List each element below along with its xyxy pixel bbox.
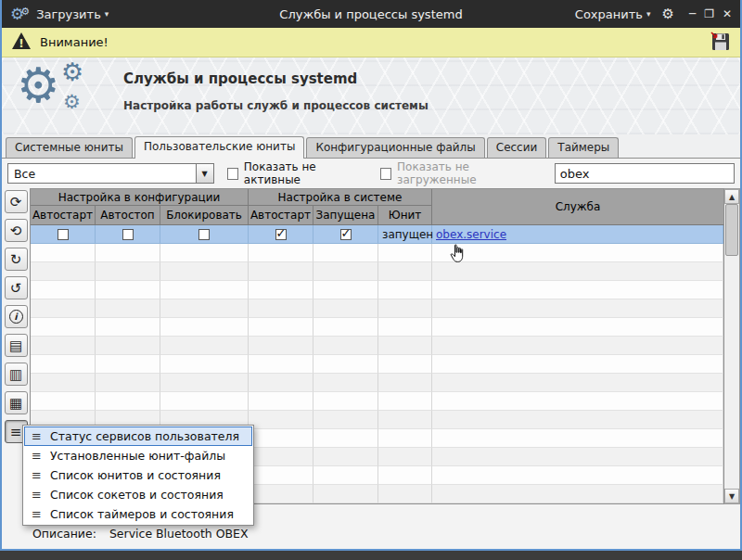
group-header-config: Настройка в конфигурации [31,189,249,206]
table-empty-row [31,318,723,337]
scrollbar-track[interactable] [724,204,739,489]
scrollbar-thumb[interactable] [725,204,738,256]
show-unloaded-label: Показать не загруженные [397,160,542,186]
show-inactive-checkbox[interactable] [227,168,238,180]
table-row-selected[interactable]: запущен obex.service [31,225,723,244]
system-autostart-checkbox[interactable] [275,229,287,240]
info-icon[interactable]: i [5,305,28,328]
undo-icon[interactable]: ↺ [5,276,28,299]
warning-triangle-icon: ! [11,32,32,53]
vertical-scrollbar[interactable]: ▲ ▼ [724,188,740,504]
group-header-system: Настройка в системе [249,189,432,206]
table-header: Настройка в конфигурации Настройка в сис… [31,189,723,225]
chevron-down-icon[interactable]: ▼ [196,164,213,183]
tab-system-units[interactable]: Системные юниты [6,137,133,158]
menu-item-sockets-list[interactable]: ≡ Список сокетов и состояния [24,485,252,504]
menu-item-timers-list[interactable]: ≡ Список таймеров и состояния [24,504,252,524]
tab-strip: Системные юниты Пользовательские юниты К… [2,134,740,158]
refresh-icon[interactable]: ⟳ [5,190,28,213]
app-header: ⚙ ⚙ ⚙ Службы и процессы systemd Настройк… [2,57,740,134]
tab-timers[interactable]: Таймеры [548,137,619,158]
scroll-down-arrow-icon[interactable]: ▼ [724,489,739,503]
journal-icon[interactable]: ▥ [5,363,28,386]
app-window: ⚙⚙ Загрузить ▾ Службы и процессы systemd… [0,0,742,551]
service-link[interactable]: obex.service [436,228,506,241]
file-icon[interactable]: ▤ [5,334,28,357]
config-autostart-checkbox[interactable] [58,229,69,240]
list-icon: ≡ [30,429,44,443]
tab-user-units[interactable]: Пользовательские юниты [134,136,304,159]
scroll-up-arrow-icon[interactable]: ▲ [724,189,739,204]
save-menu-button[interactable]: Сохранить ▾ [575,7,651,21]
col-header-running: Запущена [313,206,378,224]
table-empty-row [31,374,723,392]
load-menu-label: Загрузить [36,7,101,21]
unit-filter-value: Все [8,164,196,183]
page-subtitle: Настройка работы служб и процессов систе… [123,99,429,112]
page-title: Службы и процессы systemd [123,70,429,87]
filter-bar: Все ▼ Показать не активные Показать не з… [2,159,740,188]
save-file-icon[interactable] [710,31,731,55]
menu-item-user-services-status[interactable]: ≡ Статус сервисов пользователя [24,426,252,446]
col-header-service: Служба [432,189,723,224]
col-header-unit: Юнит [378,206,432,224]
table-empty-row [31,262,723,281]
warning-text: Внимание! [40,35,109,49]
table-empty-row [31,337,723,355]
tab-sessions[interactable]: Сессии [487,137,547,158]
list-icon: ≡ [30,449,44,463]
search-input[interactable] [555,163,735,184]
config-autostop-checkbox[interactable] [122,229,134,240]
chevron-down-icon: ▾ [105,9,109,19]
table-empty-row [31,299,723,318]
save-menu-label: Сохранить [575,7,643,21]
tab-config-files[interactable]: Конфигурационные файлы [306,137,484,158]
col-header-block: Блокировать [160,206,249,224]
show-inactive-label: Показать не активные [244,160,367,186]
redo-icon[interactable]: ↻ [5,248,28,271]
list-icon: ≡ [30,488,44,502]
gears-logo-icon: ⚙ ⚙ ⚙ [17,67,105,126]
status-popup-menu: ≡ Статус сервисов пользователя ≡ Установ… [22,425,254,526]
list-icon: ≡ [30,468,44,482]
close-button[interactable]: ✕ [723,8,732,19]
col-header-autostop: Автостоп [96,206,160,224]
minimize-button[interactable]: ─ [689,8,696,19]
show-unloaded-checkbox[interactable] [380,168,391,180]
list-icon[interactable]: ▦ [5,391,28,414]
titlebar: ⚙⚙ Загрузить ▾ Службы и процессы systemd… [2,0,740,28]
table-empty-row [31,244,723,262]
col-header-autostart-config: Автостарт [31,206,96,224]
load-menu-button[interactable]: Загрузить ▾ [36,7,109,21]
list-icon: ≡ [30,507,44,521]
unit-filter-select[interactable]: Все ▼ [7,163,214,184]
description-label: Описание: [32,527,96,551]
settings-gear-icon[interactable]: ⚙ [661,6,673,22]
description-value: Service Bluetooth OBEX [109,527,249,551]
chevron-down-icon: ▾ [646,9,651,19]
svg-text:!: ! [19,37,23,50]
config-block-checkbox[interactable] [198,229,210,240]
window-title: Службы и процессы systemd [242,7,500,21]
table-empty-row [31,355,723,374]
refresh-all-icon[interactable]: ⟲ [5,219,28,242]
warning-bar: ! Внимание! [2,28,740,57]
app-gear-icon: ⚙⚙ [10,6,30,22]
maximize-button[interactable]: ❐ [704,8,714,19]
table-empty-row [31,392,723,411]
unit-status-cell: запущен [378,225,432,244]
menu-item-installed-unit-files[interactable]: ≡ Установленные юнит-файлы [24,446,252,465]
system-running-checkbox[interactable] [340,229,352,240]
col-header-autostart-system: Автостарт [249,206,313,224]
table-empty-row [31,281,723,299]
menu-item-units-list[interactable]: ≡ Список юнитов и состояния [24,465,252,485]
